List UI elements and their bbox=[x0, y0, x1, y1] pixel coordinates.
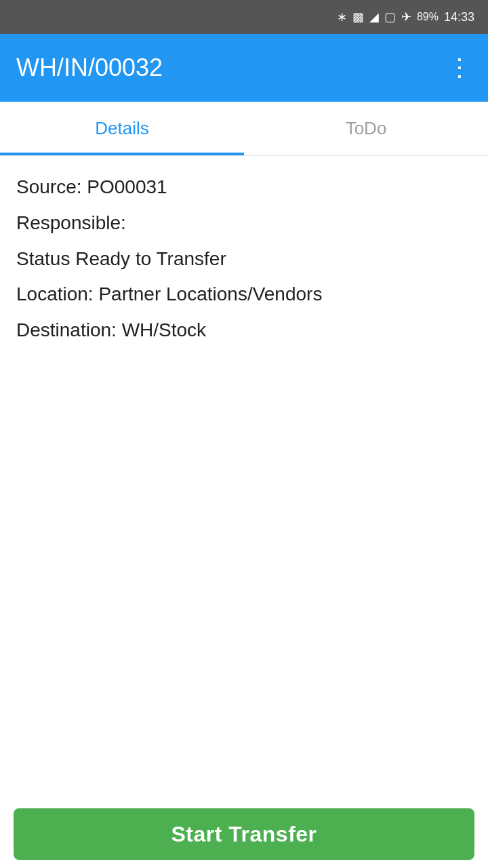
tab-details-label: Details bbox=[95, 118, 148, 139]
battery-percentage: 89% bbox=[417, 11, 439, 23]
start-transfer-button[interactable]: Start Transfer bbox=[14, 808, 474, 860]
bluetooth-icon: ∗ bbox=[337, 9, 347, 24]
vibrate-icon: ▩ bbox=[352, 9, 364, 24]
tabs-container: Details ToDo bbox=[0, 102, 488, 156]
overflow-menu-icon[interactable]: ⋮ bbox=[447, 56, 472, 80]
source-row: Source: PO00031 bbox=[16, 172, 472, 203]
destination-row: Destination: WH/Stock bbox=[16, 315, 472, 346]
location-row: Location: Partner Locations/Vendors bbox=[16, 279, 472, 310]
app-bar: WH/IN/00032 ⋮ bbox=[0, 34, 488, 102]
status-row: Status Ready to Transfer bbox=[16, 244, 472, 275]
tab-details[interactable]: Details bbox=[0, 102, 244, 155]
status-icons: ∗ ▩ ◢ ▢ ✈ 89% 14:33 bbox=[337, 9, 474, 24]
wifi-icon: ◢ bbox=[369, 9, 379, 24]
sim-icon: ▢ bbox=[384, 9, 396, 24]
app-bar-title: WH/IN/00032 bbox=[16, 54, 163, 82]
status-bar: ∗ ▩ ◢ ▢ ✈ 89% 14:33 bbox=[0, 0, 488, 34]
tab-todo[interactable]: ToDo bbox=[244, 102, 488, 155]
responsible-row: Responsible: bbox=[16, 208, 472, 239]
status-time: 14:33 bbox=[444, 10, 474, 24]
details-content: Source: PO00031 Responsible: Status Read… bbox=[0, 156, 488, 346]
bottom-action-bar: Start Transfer bbox=[0, 800, 488, 868]
airplane-icon: ✈ bbox=[401, 9, 411, 24]
tab-todo-label: ToDo bbox=[346, 118, 387, 139]
